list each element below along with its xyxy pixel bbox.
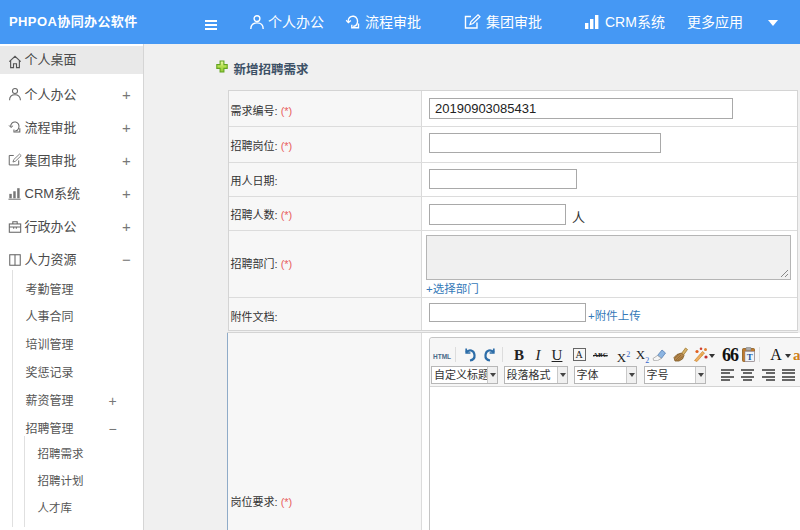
svg-text:T: T	[747, 351, 753, 361]
